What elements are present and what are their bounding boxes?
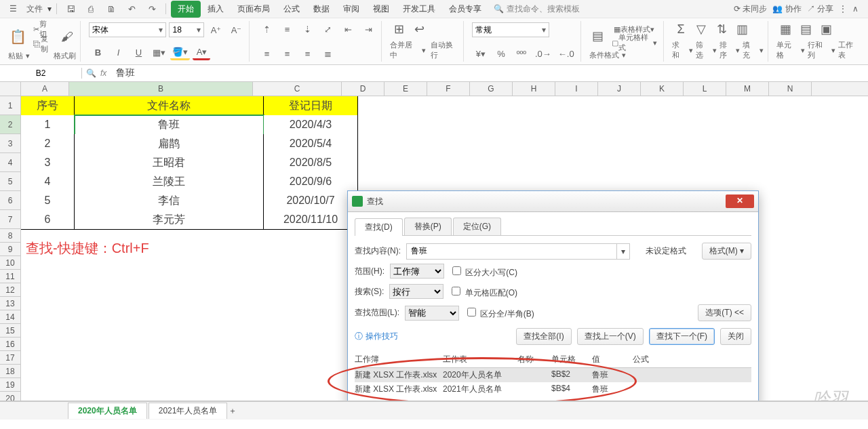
print-icon[interactable]: ⎙	[82, 2, 100, 16]
sheet-icon[interactable]: ▣	[817, 22, 835, 36]
close-button[interactable]: 关闭	[720, 328, 751, 345]
font-color-icon[interactable]: A▾	[193, 45, 210, 60]
col-header[interactable]: B	[69, 82, 253, 96]
cell[interactable]: 王昭君	[75, 153, 264, 173]
align-center-icon[interactable]: ≡	[278, 47, 296, 60]
indent-inc-icon[interactable]: ⇥	[359, 22, 377, 36]
search-select[interactable]: 按行	[389, 284, 443, 299]
thousand-icon[interactable]: ººº	[513, 47, 530, 60]
inc-font-icon[interactable]: A⁺	[207, 23, 224, 37]
cell[interactable]: 2020/10/7	[264, 191, 358, 211]
cell[interactable]: 6	[21, 210, 75, 230]
bold-icon[interactable]: B	[89, 46, 106, 60]
save-icon[interactable]: 🖫	[62, 2, 79, 16]
row-header[interactable]: 11	[0, 270, 21, 283]
find-prev-button[interactable]: 查找上一个(V)	[577, 328, 644, 345]
sum-icon[interactable]: Σ	[672, 22, 690, 36]
chk-width[interactable]: 区分全/半角(B)	[465, 306, 534, 320]
more-icon[interactable]: ⋮	[839, 4, 847, 14]
orient-icon[interactable]: ⤢	[319, 22, 336, 36]
col-header[interactable]: D	[342, 82, 384, 96]
align-left-icon[interactable]: ≡	[258, 47, 275, 60]
fx-icon[interactable]: fx	[100, 68, 106, 78]
row-header[interactable]: 4	[0, 153, 21, 172]
select-all-corner[interactable]	[0, 82, 21, 96]
add-sheet-button[interactable]: ＋	[229, 405, 237, 417]
file-menu[interactable]: 文件	[24, 2, 45, 16]
cell-active[interactable]: 鲁班	[75, 115, 264, 135]
fill-color-icon[interactable]: 🪣▾	[170, 45, 190, 60]
cell[interactable]: 序号	[21, 96, 75, 116]
row-header[interactable]: 7	[0, 210, 21, 229]
col-header[interactable]: K	[641, 82, 684, 96]
find-next-button[interactable]: 查找下一个(F)	[649, 328, 715, 345]
row-header[interactable]: 5	[0, 172, 21, 191]
cell[interactable]: 文件名称	[75, 96, 264, 116]
row-header[interactable]: 20	[0, 392, 21, 401]
cell[interactable]: 2020/11/10	[264, 210, 358, 230]
chk-case[interactable]: 区分大小写(C)	[450, 264, 517, 279]
align-right-icon[interactable]: ≡	[298, 47, 316, 60]
tips-link[interactable]: ⓘ 操作技巧	[355, 331, 398, 342]
col-header[interactable]: G	[470, 82, 513, 96]
row-header[interactable]: 19	[0, 378, 21, 392]
find-content-input[interactable]: ▾	[406, 243, 630, 260]
font-size-combo[interactable]: ▾	[169, 22, 204, 37]
formula-bar[interactable]: 鲁班	[111, 67, 868, 79]
hamburger-icon[interactable]: ☰	[4, 2, 22, 16]
row-header[interactable]: 8	[0, 229, 21, 243]
cell-style-button[interactable]: ▢ 单元格样式▾	[610, 36, 659, 49]
wrap-icon[interactable]: ↩	[410, 22, 428, 36]
cell[interactable]: 2020/9/6	[264, 172, 358, 192]
cell[interactable]: 2	[21, 134, 75, 154]
row-header[interactable]: 17	[0, 351, 21, 365]
tab-find[interactable]: 查找(D)	[355, 218, 403, 236]
cell[interactable]: 2020/5/4	[264, 134, 358, 154]
tab-review[interactable]: 审阅	[336, 1, 366, 18]
name-box[interactable]	[0, 68, 82, 79]
cell[interactable]: 李信	[75, 191, 264, 211]
tab-dev[interactable]: 开发工具	[396, 1, 442, 18]
align-top-icon[interactable]: ⇡	[258, 22, 275, 36]
percent-icon[interactable]: %	[492, 47, 510, 60]
tab-vip[interactable]: 会员专享	[442, 1, 488, 18]
cell[interactable]: 兰陵王	[75, 172, 264, 192]
scope-select[interactable]: 工作簿	[390, 264, 444, 279]
col-header[interactable]: I	[555, 82, 598, 96]
tab-formula[interactable]: 公式	[277, 1, 307, 18]
font-family-combo[interactable]: ▾	[89, 22, 166, 37]
align-mid-icon[interactable]: ≡	[278, 22, 296, 36]
cond-fmt-icon[interactable]: ▤	[589, 29, 607, 43]
col-header[interactable]: E	[384, 82, 427, 96]
fill-icon[interactable]: ▥	[733, 22, 751, 36]
tab-layout[interactable]: 页面布局	[231, 1, 277, 18]
sync-status[interactable]: ⟳ 未同步	[734, 3, 767, 15]
row-header[interactable]: 18	[0, 365, 21, 378]
cell[interactable]: 登记日期	[264, 96, 358, 116]
cell[interactable]: 3	[21, 153, 75, 173]
omni-search[interactable]: 🔍 查找命令、搜索模板	[494, 3, 580, 15]
border-icon[interactable]: ▦▾	[150, 46, 167, 60]
result-row[interactable]: 新建 XLSX 工作表.xlsx 2021年人员名单 $B$4 鲁班	[355, 382, 751, 396]
align-justify-icon[interactable]: ≣	[319, 47, 336, 60]
tab-insert[interactable]: 插入	[201, 1, 231, 18]
col-header[interactable]: A	[21, 82, 69, 96]
row-header[interactable]: 9	[0, 243, 21, 256]
chk-whole[interactable]: 单元格匹配(O)	[449, 285, 517, 299]
filter-icon[interactable]: ▽	[692, 22, 710, 36]
cell[interactable]: 扁鹊	[75, 134, 264, 154]
row-header[interactable]: 6	[0, 191, 21, 210]
sheet-tab-2[interactable]: 2021年人员名单	[149, 403, 228, 419]
row-header[interactable]: 15	[0, 324, 21, 338]
col-header[interactable]: M	[726, 82, 769, 96]
cell[interactable]: 4	[21, 172, 75, 192]
sheet-tab-1[interactable]: 2020年人员名单	[68, 403, 147, 419]
copy-button[interactable]: ⿻ 复制	[31, 37, 56, 51]
undo-icon[interactable]: ↶	[123, 2, 140, 16]
row-header[interactable]: 2	[0, 115, 21, 134]
col-header[interactable]: F	[427, 82, 470, 96]
tab-goto[interactable]: 定位(G)	[453, 218, 501, 235]
italic-icon[interactable]: I	[109, 46, 127, 60]
col-header[interactable]: N	[769, 82, 812, 96]
find-all-button[interactable]: 查找全部(I)	[516, 328, 571, 345]
